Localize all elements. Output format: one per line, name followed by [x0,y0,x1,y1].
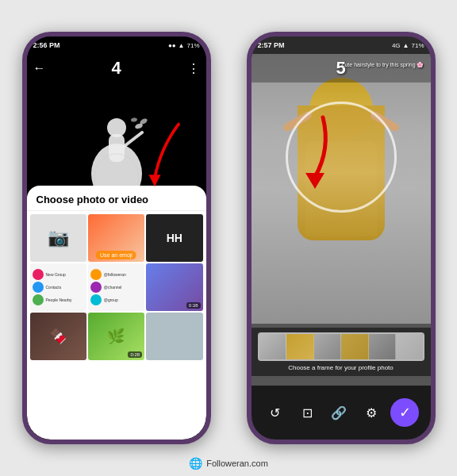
food-emoji: 🍫 [49,328,67,345]
avatar-2 [33,282,44,293]
choose-photo-label: Choose photo or video [27,186,206,211]
frame-cell-1[interactable] [259,334,287,359]
avatar-4 [90,269,102,280]
food-thumb[interactable]: 🍫 [30,313,86,360]
signal-4g-icon: 4G [392,42,401,49]
bottom-sheet: Choose photo or video 📷 Use an emoji HH [27,186,206,440]
social-item-5: @channel [88,282,144,293]
video-caption: cute hairstyle to try this spring 🌸 [342,62,424,68]
adjust-button[interactable]: ⚙ [359,400,384,425]
social-item-1: New Group [30,269,86,280]
crop-button[interactable]: ⊡ [294,400,320,425]
wifi-icon: ▲ [179,42,185,49]
social-text-5: @channel [104,285,122,290]
emoji-button[interactable]: Use an emoji [96,251,136,259]
frame-caption-text: Choose a frame for your profile photo [258,364,424,371]
hh-label: HH [167,232,182,244]
red-arrow-left [143,114,190,194]
time-left: 2:56 PM [33,41,60,49]
frame-cell-6[interactable] [396,334,423,359]
phone-right: 2:57 PM 4G ▲ 71% 5 [247,32,436,444]
signal-icon: ●● [168,42,176,49]
svg-point-2 [107,118,126,137]
social-item-4: @followeran [88,269,144,280]
watermark-text: Followeran.com [206,459,268,468]
globe-icon: 🌐 [189,457,202,470]
purple-thumb[interactable]: 0:38 [146,263,202,311]
social-text-3: People Nearby [46,298,72,302]
status-bar-right: 2:57 PM 4G ▲ 71% [252,36,431,54]
camera-thumb[interactable]: 📷 [30,214,86,262]
avatar-1 [33,269,44,280]
duration-badge-2: 0:28 [128,351,142,358]
status-icons-right: 4G ▲ 71% [392,42,424,49]
frame-cell-2[interactable] [286,334,314,359]
status-bar-left: 2:56 PM ●● ▲ 71% [27,36,206,54]
frame-strip[interactable] [258,332,424,361]
status-icons-left: ●● ▲ 71% [168,42,200,49]
step-number-left: 4 [111,58,121,79]
back-button[interactable]: ← [33,61,46,75]
checkmark-icon: ✓ [399,404,411,421]
adjust-icon: ⚙ [366,405,377,420]
battery-right-icon: 71% [411,42,424,49]
social-text-6: @group [104,298,118,302]
social-thumb-1[interactable]: New Group Contacts People Nearby [30,263,86,311]
duration-badge-1: 0:38 [186,302,201,309]
time-right: 2:57 PM [258,41,285,49]
social-text-1: New Group [46,272,66,277]
undo-icon: ↺ [270,405,280,420]
green-content: 🌿 [107,328,125,345]
social-thumb-2[interactable]: @followeran @channel @group [88,263,144,311]
bottom-toolbar: ↺ ⊡ 🔗 ⚙ ✓ [252,386,431,440]
signal-bars-icon: ▲ [403,42,409,49]
social-text-2: Contacts [46,285,62,290]
svg-point-6 [130,117,137,122]
link-icon: 🔗 [331,405,347,420]
avatar-5 [90,282,102,293]
dark-thumb[interactable]: HH [146,214,202,262]
frame-cell-4[interactable] [341,334,369,359]
confirm-button[interactable]: ✓ [390,398,419,427]
phone-left: 2:56 PM ●● ▲ 71% ← 4 ⋮ [22,32,211,444]
menu-button[interactable]: ⋮ [187,61,200,76]
camera-icon: 📷 [48,228,69,248]
green-thumb[interactable]: 🌿 0:28 [88,313,144,360]
frame-picker[interactable]: Choose a frame for your profile photo [252,328,431,376]
social-item-2: Contacts [30,282,86,293]
left-app-bar: ← 4 ⋮ [27,54,206,83]
svg-line-3 [125,132,142,146]
extra-thumb[interactable] [146,313,202,360]
main-container: 2:56 PM ●● ▲ 71% ← 4 ⋮ [0,0,457,476]
battery-icon: 71% [186,42,199,49]
link-button[interactable]: 🔗 [326,400,351,425]
frame-cell-3[interactable] [314,334,342,359]
social-text-4: @followeran [104,272,126,277]
frame-cell-5[interactable] [369,334,397,359]
hair-video: cute hairstyle to try this spring 🌸 [252,54,431,324]
social-item-6: @group [88,294,144,305]
right-app-bar: 5 [252,54,431,83]
crop-icon: ⊡ [302,405,313,420]
media-grid: 📷 Use an emoji HH New Group [27,211,206,363]
right-screen: 2:57 PM 4G ▲ 71% 5 [252,36,431,440]
watermark: 🌐 Followeran.com [189,457,268,470]
step-number-right: 5 [336,58,345,79]
orange-thumb[interactable]: Use an emoji [88,214,144,262]
circle-highlight [286,102,397,213]
social-item-3: People Nearby [30,294,86,305]
avatar-6 [90,294,102,305]
undo-button[interactable]: ↺ [263,400,288,425]
svg-marker-8 [148,175,160,186]
avatar-3 [33,294,44,305]
left-screen: 2:56 PM ●● ▲ 71% ← 4 ⋮ [27,36,206,440]
svg-rect-1 [109,134,125,162]
